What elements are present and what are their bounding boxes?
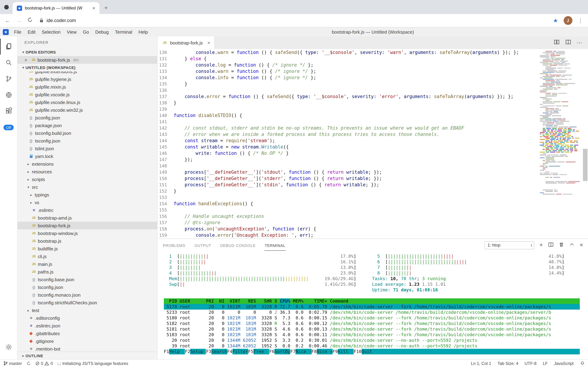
menu-selection[interactable]: Selection <box>39 28 64 35</box>
search-icon[interactable] <box>0 55 17 71</box>
tree-item-tsconfig.strictNullChecks.json[interactable]: {}tsconfig.strictNullChecks.json <box>17 299 157 306</box>
tree-item-paths.js[interactable]: JSpaths.js <box>17 268 157 275</box>
browser-menu-icon[interactable]: ⋮ <box>578 17 583 24</box>
tree-item-vs[interactable]: ▸vs <box>17 199 157 206</box>
maximize-panel-icon[interactable] <box>569 242 574 249</box>
tree-item-.eslintrc[interactable]: .eslintrc <box>17 206 157 214</box>
menu-file[interactable]: File <box>11 28 25 35</box>
cursor-position-status[interactable]: Ln 1, Col 1 <box>471 361 491 366</box>
extensions-icon[interactable] <box>0 103 17 119</box>
close-panel-icon[interactable]: × <box>580 242 583 249</box>
terminal-output[interactable]: 1 [||||||||||| 17.8%] 5 [|||||||||||||||… <box>157 251 588 359</box>
tree-item-tsconfig.monaco.json[interactable]: {}tsconfig.monaco.json <box>17 291 157 299</box>
tree-item-gulpfile.vscode.win32.js[interactable]: JSgulpfile.vscode.win32.js <box>17 106 157 114</box>
minimap[interactable] <box>539 49 582 239</box>
split-editor-icon[interactable] <box>554 39 559 46</box>
bookmark-star-icon[interactable]: ★ <box>553 17 558 24</box>
new-terminal-icon[interactable]: + <box>539 242 543 249</box>
git-branch-status[interactable]: master <box>3 361 22 366</box>
tree-item-test[interactable]: ▸test <box>17 306 157 314</box>
tab-close-icon[interactable]: × <box>91 5 97 11</box>
panel-tab-problems[interactable]: PROBLEMS <box>162 240 186 250</box>
tree-item-bootstrap.js[interactable]: JSbootstrap.js <box>17 237 157 245</box>
tree-item-.gitignore[interactable]: .gitignore <box>17 337 157 345</box>
menu-edit[interactable]: Edit <box>25 28 39 35</box>
tree-item-gulpfile.mixin.js[interactable]: JSgulpfile.mixin.js <box>17 83 157 91</box>
tree-item-gulpfile.vscode.js[interactable]: JSgulpfile.vscode.js <box>17 91 157 98</box>
tree-item-typings[interactable]: ▸typings <box>17 191 157 199</box>
menu-debug[interactable]: Debug <box>92 28 112 35</box>
js-file-icon: JS <box>31 232 37 235</box>
profile-avatar[interactable]: J <box>563 16 572 25</box>
reload-icon[interactable] <box>27 17 33 24</box>
tree-item-gulpfile.extensions.js[interactable]: JSgulpfile.extensions.js <box>17 71 157 75</box>
tree-item-.mention-bot[interactable]: .mention-bot <box>17 345 157 352</box>
tree-item-buildfile.js[interactable]: JSbuildfile.js <box>17 245 157 252</box>
editor-tab-bootstrap-fork[interactable]: JS bootstrap-fork.js × <box>157 36 215 49</box>
menu-view[interactable]: View <box>64 28 80 35</box>
tree-item-scripts[interactable]: ▸scripts <box>17 175 157 183</box>
editor-layout-icon[interactable] <box>565 39 571 46</box>
tree-item-jsconfig.json[interactable]: {}jsconfig.json <box>17 114 157 122</box>
tree-item-.eslintrc.json[interactable]: .eslintrc.json <box>17 322 157 330</box>
menu-go[interactable]: Go <box>80 28 92 35</box>
outline-header[interactable]: ▸ OUTLINE <box>17 352 157 359</box>
language-features-status[interactable]: Initializing JS/TS language features <box>58 361 128 366</box>
encoding-status[interactable]: UTF-8 <box>525 361 537 366</box>
tree-item-tsconfig.build.json[interactable]: {}tsconfig.build.json <box>17 129 157 137</box>
split-terminal-icon[interactable] <box>548 242 553 249</box>
tree-item-gulpfile.hygiene.js[interactable]: JSgulpfile.hygiene.js <box>17 75 157 83</box>
new-tab-button[interactable]: + <box>101 3 111 13</box>
tree-item-bootstrap-window.js[interactable]: JSbootstrap-window.js <box>17 229 157 237</box>
tree-item-tsconfig.json[interactable]: {}tsconfig.json <box>17 283 157 291</box>
tree-item-.editorconfig[interactable]: .editorconfig <box>17 314 157 322</box>
tree-item-extensions[interactable]: ▸extensions <box>17 160 157 168</box>
tree-item-gulpfile.vscode.linux.js[interactable]: JSgulpfile.vscode.linux.js <box>17 98 157 106</box>
tree-item-cli.js[interactable]: JScli.js <box>17 252 157 260</box>
tree-item-main.js[interactable]: JSmain.js <box>17 260 157 268</box>
tree-item-src[interactable]: ▾src <box>17 183 157 191</box>
editor-scrollbar[interactable] <box>582 49 588 239</box>
tree-item-resources[interactable]: ▸resources <box>17 168 157 175</box>
tree-item-tsconfig.base.json[interactable]: {}tsconfig.base.json <box>17 275 157 283</box>
editor-tab-close-icon[interactable]: × <box>207 40 210 46</box>
indentation-status[interactable]: Tab Size: 4 <box>497 361 518 366</box>
workspace-header[interactable]: ▾ UNTITLED (WORKSPACE) <box>17 64 157 71</box>
open-editors-header[interactable]: ▾ OPEN EDITORS <box>17 48 157 56</box>
code-editor[interactable]: 130 console.warn = function () { safeSen… <box>157 49 588 239</box>
panel-tab-terminal[interactable]: TERMINAL <box>264 240 286 250</box>
terminal-select[interactable]: 1: htop ▴▾ <box>484 241 534 249</box>
settings-gear-icon[interactable] <box>0 339 17 355</box>
eol-status[interactable]: LF <box>543 361 548 366</box>
tree-item-bootstrap-amd.js[interactable]: JSbootstrap-amd.js <box>17 214 157 222</box>
kill-terminal-trash-icon[interactable] <box>559 242 564 249</box>
tree-item-package.json[interactable]: {}package.json <box>17 122 157 129</box>
menu-terminal[interactable]: Terminal <box>112 28 135 35</box>
back-icon[interactable]: ← <box>5 17 10 24</box>
problems-status[interactable]: 0 0 <box>35 361 53 366</box>
source-control-icon[interactable] <box>0 71 17 87</box>
menu-help[interactable]: Help <box>135 28 151 35</box>
file-tree[interactable]: JSgulpfile.extensions.jsJSgulpfile.hygie… <box>17 71 157 352</box>
tree-item-tsconfig.json[interactable]: {}tsconfig.json <box>17 137 157 145</box>
panel-tab-output[interactable]: OUTPUT <box>194 240 211 250</box>
tree-item-yarn.lock[interactable]: yarn.lock <box>17 152 157 160</box>
window-control-dot[interactable] <box>4 5 9 9</box>
sync-status[interactable] <box>26 361 31 366</box>
tree-item-bootstrap-fork.js[interactable]: JSbootstrap-fork.js <box>17 222 157 229</box>
htop-process-row: 5182 root 20 0 1021M 181M 3328 R 5.3 0.6… <box>164 321 580 326</box>
language-mode-status[interactable]: JavaScript <box>554 361 574 366</box>
notifications-bell-icon[interactable] <box>580 361 585 366</box>
close-editor-icon[interactable]: × <box>25 57 31 63</box>
off-toggle-badge[interactable]: Off <box>3 125 14 130</box>
explorer-icon[interactable] <box>0 39 17 55</box>
panel-tab-debug-console[interactable]: DEBUG CONSOLE <box>220 240 256 250</box>
tree-item-.gitattributes[interactable]: .gitattributes <box>17 330 157 337</box>
browser-tab[interactable]: bootstrap-fork.js — Untitled (W × <box>13 2 99 14</box>
tree-item-tslint.json[interactable]: {}tslint.json <box>17 145 157 152</box>
more-actions-icon[interactable]: ⋯ <box>577 40 582 46</box>
address-bar[interactable]: ide.coder.com <box>38 18 547 23</box>
scrollbar-thumb[interactable] <box>583 149 587 181</box>
open-editor-item[interactable]: ×JSbootstrap-fork.jssrc <box>17 56 157 64</box>
debug-icon[interactable] <box>0 87 17 103</box>
